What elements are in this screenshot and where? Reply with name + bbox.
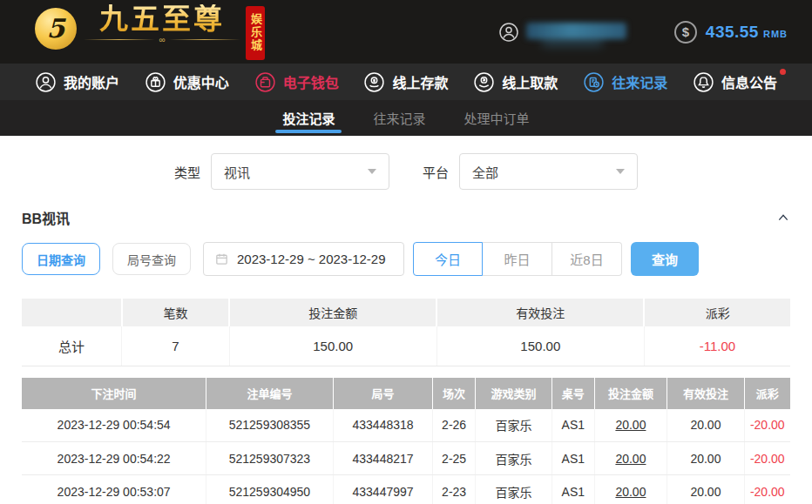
col-order-no: 注单编号	[206, 378, 334, 409]
table-header-row: 下注时间 注单编号 局号 场次 游戏类别 桌号 投注金额 有效投注 派彩	[22, 378, 790, 409]
platform-select[interactable]: 全部	[459, 153, 638, 190]
nav-label: 我的账户	[64, 71, 119, 92]
chevron-down-icon	[616, 169, 625, 174]
cell-bet-amount-link[interactable]: 20.00	[594, 409, 667, 442]
calendar-icon	[214, 252, 229, 266]
summary-count: 7	[122, 326, 229, 366]
cell-bet-time: 2023-12-29 00:54:22	[22, 442, 206, 475]
cell-round-no: 433448217	[333, 442, 433, 475]
brand-subtitle: 娱乐城	[246, 6, 265, 60]
cell-bet-amount-link[interactable]: 20.00	[594, 475, 667, 504]
col-table-no: 桌号	[552, 378, 595, 409]
date-query-button[interactable]: 日期查询	[22, 243, 100, 275]
cell-round-no: 433447997	[333, 475, 433, 504]
col-valid-bet: 有效投注	[667, 378, 744, 409]
cell-table-no: AS1	[552, 409, 595, 442]
gift-icon	[145, 71, 166, 93]
summary-header-bet: 投注金额	[229, 299, 436, 326]
notification-dot	[780, 69, 786, 75]
tab-bet-records[interactable]: 投注记录	[279, 100, 338, 136]
withdraw-icon	[473, 71, 495, 93]
deposit-icon	[363, 71, 385, 93]
cell-table-no: AS1	[552, 475, 595, 504]
nav-label: 往来记录	[612, 71, 667, 92]
user-account-area[interactable]	[498, 21, 629, 44]
cell-payout: -20.00	[744, 409, 790, 442]
collapse-chevron-icon[interactable]	[776, 211, 790, 225]
summary-payout: -11.00	[644, 326, 790, 366]
recent-8-days-button[interactable]: 近8日	[552, 242, 622, 276]
cell-order-no: 521259308355	[206, 409, 334, 442]
logo-flourish: ∞	[84, 37, 240, 44]
cell-bet-time: 2023-12-29 00:53:07	[22, 475, 206, 504]
date-range-input[interactable]: 2023-12-29 ~ 2023-12-29	[203, 242, 404, 276]
site-logo[interactable]: 5 九五至尊 ∞ 娱乐城	[35, 4, 265, 60]
summary-header-count: 笔数	[122, 299, 229, 326]
type-select-value: 视讯	[224, 163, 368, 181]
bet-records-table: 下注时间 注单编号 局号 场次 游戏类别 桌号 投注金额 有效投注 派彩 202…	[22, 378, 790, 504]
summary-valid-bet: 150.00	[436, 326, 644, 366]
section-title: BB视讯	[22, 207, 70, 228]
type-filter-label: 类型	[174, 163, 200, 181]
cell-session: 2-23	[433, 475, 476, 504]
balance-amount: 435.55	[706, 23, 759, 42]
nav-label: 线上存款	[392, 71, 448, 92]
cell-valid-bet: 20.00	[667, 409, 744, 442]
nav-item-transaction-records[interactable]: 往来记录	[583, 71, 667, 93]
date-range-value: 2023-12-29 ~ 2023-12-29	[237, 252, 386, 266]
nav-item-my-account[interactable]: 我的账户	[35, 71, 119, 93]
nav-item-e-wallet[interactable]: 电子钱包	[254, 71, 339, 93]
type-select[interactable]: 视讯	[211, 153, 389, 190]
summary-header-valid: 有效投注	[436, 299, 644, 326]
cell-session: 2-25	[433, 442, 476, 475]
cell-session: 2-26	[433, 409, 476, 442]
cell-order-no: 521259304950	[206, 475, 334, 504]
filter-row: 类型 视讯 平台 全部	[0, 136, 812, 200]
tab-transaction-records[interactable]: 往来记录	[369, 100, 429, 136]
query-toolbar: 日期查询 局号查询 2023-12-29 ~ 2023-12-29 今日 昨日 …	[22, 242, 790, 276]
cell-round-no: 433448318	[333, 409, 433, 442]
bell-icon	[693, 71, 714, 93]
cell-order-no: 521259307323	[206, 442, 334, 475]
col-payout: 派彩	[744, 378, 790, 409]
summary-header-blank	[22, 299, 122, 326]
col-game-type: 游戏类别	[475, 378, 551, 409]
section-header: BB视讯	[22, 207, 790, 228]
cell-game-type: 百家乐	[475, 442, 551, 475]
summary-total-label: 总计	[22, 326, 122, 366]
chevron-down-icon	[368, 169, 376, 174]
cell-valid-bet: 20.00	[667, 475, 744, 504]
nav-item-announcements[interactable]: 信息公告	[693, 71, 777, 93]
today-button[interactable]: 今日	[413, 242, 483, 276]
col-bet-amount: 投注金额	[594, 378, 667, 409]
nav-label: 电子钱包	[283, 71, 339, 92]
search-button[interactable]: 查询	[631, 242, 699, 276]
summary-total-row: 总计 7 150.00 150.00 -11.00	[22, 326, 790, 366]
nav-item-online-withdraw[interactable]: 线上取款	[473, 71, 558, 93]
cell-game-type: 百家乐	[475, 409, 551, 442]
logo-5-icon: 5	[35, 8, 77, 50]
table-row: 2023-12-29 00:54:22 521259307323 4334482…	[22, 442, 790, 475]
cell-table-no: AS1	[552, 442, 595, 475]
cell-payout: -20.00	[744, 475, 790, 504]
cell-bet-amount-link[interactable]: 20.00	[594, 442, 667, 475]
nav-item-promotions[interactable]: 优惠中心	[145, 71, 229, 93]
summary-header-row: 笔数 投注金额 有效投注 派彩	[22, 299, 790, 326]
summary-table: 笔数 投注金额 有效投注 派彩 总计 7 150.00 150.00 -11.0…	[22, 299, 790, 366]
user-icon	[35, 71, 57, 93]
main-nav: 我的账户 优惠中心 电子钱包 线上存款 线上取款	[0, 64, 812, 100]
summary-bet-amount: 150.00	[229, 326, 436, 366]
summary-header-payout: 派彩	[644, 299, 790, 326]
round-query-button[interactable]: 局号查询	[112, 243, 191, 275]
nav-item-online-deposit[interactable]: 线上存款	[363, 71, 448, 93]
top-header: 5 九五至尊 ∞ 娱乐城 $ 435.55 RMB	[0, 0, 812, 64]
yesterday-button[interactable]: 昨日	[483, 242, 552, 276]
cell-valid-bet: 20.00	[667, 442, 744, 475]
table-row: 2023-12-29 00:53:07 521259304950 4334479…	[22, 475, 790, 504]
brand-name: 九五至尊	[99, 4, 225, 34]
balance-display[interactable]: $ 435.55 RMB	[674, 21, 788, 44]
user-avatar-icon	[498, 22, 519, 43]
cell-game-type: 百家乐	[475, 475, 551, 504]
table-row: 2023-12-29 00:54:54 521259308355 4334483…	[22, 409, 790, 442]
tab-processing-orders[interactable]: 处理中订单	[461, 100, 533, 136]
